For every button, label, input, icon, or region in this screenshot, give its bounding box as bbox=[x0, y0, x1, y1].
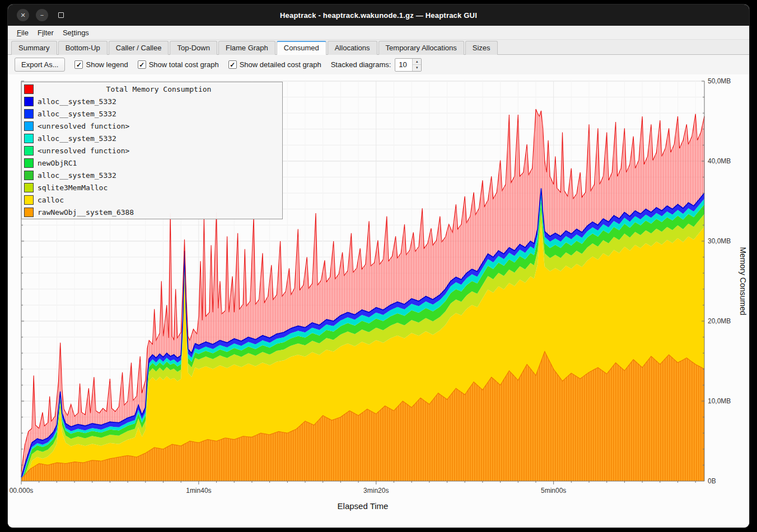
checkbox-check-icon: ✓ bbox=[74, 60, 83, 69]
show-detailed-cost-checkbox[interactable]: ✓ Show detailed cost graph bbox=[228, 60, 321, 69]
heaptrack-window: ✕ − Heaptrack - heaptrack.wakunode.1.gz … bbox=[8, 4, 749, 528]
legend-label: newObjRC1 bbox=[38, 159, 77, 167]
consumed-chart-panel: 00.000s1min40s3min20s5min00s0B10,0MB20,0… bbox=[8, 74, 749, 528]
legend-entry: alloc__system_5332 bbox=[23, 169, 281, 181]
legend-entry: alloc__system_5332 bbox=[23, 132, 281, 144]
stacked-diagrams-value[interactable]: 10 bbox=[395, 59, 412, 71]
y-tick-label: 40,0MB bbox=[708, 157, 731, 165]
tab-consumed[interactable]: Consumed bbox=[277, 41, 326, 55]
legend-label: alloc__system_5332 bbox=[38, 171, 116, 180]
total-memory-swatch bbox=[24, 84, 34, 94]
show-total-cost-checkbox[interactable]: ✓ Show total cost graph bbox=[138, 60, 219, 69]
window-controls: ✕ − bbox=[17, 9, 67, 21]
x-tick-label: 3min20s bbox=[363, 487, 389, 495]
legend-entry: newObjRC1 bbox=[23, 157, 281, 169]
legend-swatch bbox=[24, 195, 34, 205]
chart-legend: Total Memory Consumption alloc__system_5… bbox=[21, 82, 283, 219]
tab-summary[interactable]: Summary bbox=[11, 41, 57, 55]
legend-swatch bbox=[24, 134, 34, 143]
show-total-cost-label: Show total cost graph bbox=[149, 60, 219, 69]
menu-file[interactable]: File bbox=[12, 27, 33, 39]
legend-swatch bbox=[24, 97, 34, 106]
legend-swatch bbox=[24, 158, 34, 168]
legend-label: calloc bbox=[38, 196, 64, 204]
y-tick-label: 20,0MB bbox=[708, 317, 731, 325]
legend-entry: rawNewObj__system_6388 bbox=[23, 206, 281, 218]
close-button[interactable]: ✕ bbox=[17, 9, 29, 21]
tab-sizes[interactable]: Sizes bbox=[465, 41, 498, 55]
x-axis-title: Elapsed Time bbox=[338, 501, 389, 511]
legend-entry: <unresolved function> bbox=[23, 144, 281, 157]
tab-top-down[interactable]: Top-Down bbox=[170, 41, 217, 55]
legend-label: sqlite3MemMalloc bbox=[38, 183, 108, 192]
maximize-button[interactable] bbox=[55, 9, 67, 21]
x-tick-label: 1min40s bbox=[186, 487, 211, 495]
x-tick-label: 00.000s bbox=[10, 487, 34, 495]
spin-up-icon[interactable]: ▲ bbox=[413, 59, 421, 65]
tab-caller-callee[interactable]: Caller / Callee bbox=[109, 41, 169, 55]
y-tick-label: 10,0MB bbox=[708, 397, 731, 405]
show-legend-checkbox[interactable]: ✓ Show legend bbox=[74, 60, 128, 69]
x-tick-label: 5min00s bbox=[541, 487, 566, 495]
tab-flame-graph[interactable]: Flame Graph bbox=[218, 41, 275, 55]
menu-filter[interactable]: Filter bbox=[33, 27, 58, 39]
stacked-diagrams-spinbox[interactable]: 10 ▲ ▼ bbox=[395, 58, 422, 72]
window-title: Heaptrack - heaptrack.wakunode.1.gz — He… bbox=[280, 11, 477, 20]
legend-entry: sqlite3MemMalloc bbox=[23, 181, 281, 194]
menu-bar: File Filter Settings bbox=[8, 26, 749, 40]
legend-swatch bbox=[24, 121, 34, 131]
legend-label: alloc__system_5332 bbox=[38, 134, 116, 143]
legend-entry: calloc bbox=[23, 194, 281, 206]
legend-title-row: Total Memory Consumption bbox=[23, 83, 281, 95]
export-as-button[interactable]: Export As... bbox=[15, 58, 65, 72]
legend-label: alloc__system_5332 bbox=[38, 110, 116, 118]
spin-down-icon[interactable]: ▼ bbox=[413, 65, 421, 71]
y-tick-label: 0B bbox=[708, 477, 716, 485]
menu-settings[interactable]: Settings bbox=[58, 27, 94, 39]
legend-entry: <unresolved function> bbox=[23, 120, 281, 132]
y-tick-label: 30,0MB bbox=[708, 237, 731, 245]
legend-label: <unresolved function> bbox=[38, 122, 129, 130]
legend-entry: alloc__system_5332 bbox=[23, 107, 281, 120]
legend-label: alloc__system_5332 bbox=[38, 97, 116, 106]
stacked-diagrams-control: Stacked diagrams: 10 ▲ ▼ bbox=[331, 58, 422, 72]
title-bar: ✕ − Heaptrack - heaptrack.wakunode.1.gz … bbox=[8, 4, 749, 26]
close-icon: ✕ bbox=[20, 12, 25, 18]
minimize-button[interactable]: − bbox=[36, 9, 48, 21]
minimize-icon: − bbox=[40, 12, 44, 18]
legend-swatch bbox=[24, 171, 34, 180]
stacked-diagrams-label: Stacked diagrams: bbox=[331, 60, 391, 69]
tab-bar: Summary Bottom-Up Caller / Callee Top-Do… bbox=[8, 40, 749, 55]
legend-entry: alloc__system_5332 bbox=[23, 95, 281, 107]
legend-title: Total Memory Consumption bbox=[38, 85, 280, 93]
legend-label: rawNewObj__system_6388 bbox=[38, 208, 134, 216]
legend-swatch bbox=[24, 109, 34, 119]
y-tick-label: 50,0MB bbox=[708, 77, 731, 85]
checkbox-check-icon: ✓ bbox=[138, 60, 146, 69]
show-legend-label: Show legend bbox=[86, 60, 128, 69]
toolbar: Export As... ✓ Show legend ✓ Show total … bbox=[8, 55, 749, 74]
legend-swatch bbox=[24, 208, 34, 217]
checkbox-check-icon: ✓ bbox=[228, 60, 237, 69]
legend-label: <unresolved function> bbox=[38, 147, 129, 155]
legend-swatch bbox=[24, 146, 34, 156]
maximize-icon bbox=[58, 12, 64, 18]
legend-swatch bbox=[24, 183, 34, 192]
tab-bottom-up[interactable]: Bottom-Up bbox=[58, 41, 108, 55]
show-detailed-cost-label: Show detailed cost graph bbox=[240, 60, 321, 69]
tab-allocations[interactable]: Allocations bbox=[328, 41, 377, 55]
tab-temporary-allocations[interactable]: Temporary Allocations bbox=[378, 41, 464, 55]
y-axis-title: Memory Consumed bbox=[739, 247, 747, 315]
